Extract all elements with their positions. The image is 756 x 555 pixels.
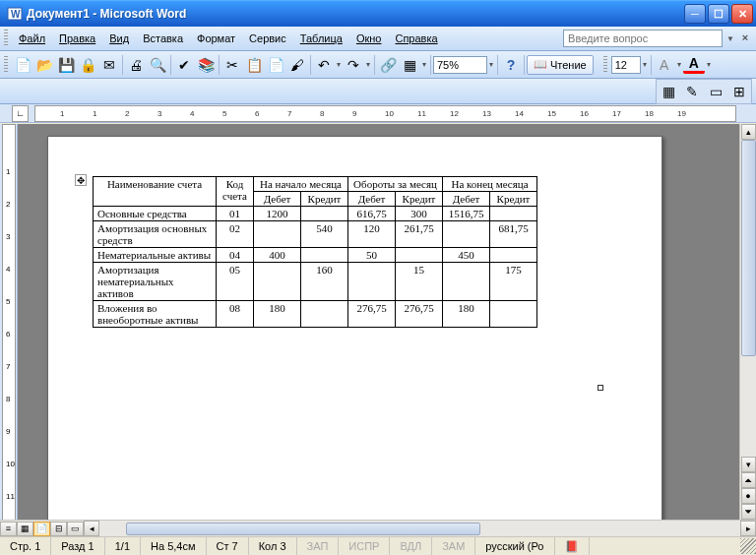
table-cell[interactable]: 120	[348, 221, 396, 248]
menu-file[interactable]: Файл	[12, 30, 52, 47]
new-doc-button[interactable]: 📄	[12, 54, 33, 76]
table-cell[interactable]: Амортизация основных средств	[94, 221, 217, 248]
table-expand-button[interactable]: ⊞	[728, 81, 750, 102]
undo-dropdown[interactable]: ▾	[335, 60, 343, 69]
table-cell[interactable]	[443, 221, 490, 248]
th-credit[interactable]: Кредит	[396, 192, 443, 207]
th-debit[interactable]: Дебет	[443, 192, 490, 207]
th-debit[interactable]: Дебет	[254, 192, 301, 207]
table-cell[interactable]	[254, 221, 301, 248]
tables-dropdown[interactable]: ▾	[420, 60, 428, 69]
vertical-scrollbar[interactable]: ▴ ▾ ⏶ ● ⏷	[739, 124, 756, 520]
highlight-button[interactable]: A	[654, 54, 675, 76]
table-cell[interactable]: Нематериальные активы	[94, 248, 217, 263]
horizontal-scroll-thumb[interactable]	[126, 523, 480, 535]
reading-mode-button[interactable]: 📖 Чтение	[527, 55, 594, 75]
th-end[interactable]: На конец месяца	[443, 177, 537, 192]
table-cell[interactable]: 175	[490, 263, 537, 301]
copy-button[interactable]: 📋	[243, 54, 265, 76]
scroll-down-button[interactable]: ▾	[741, 457, 756, 472]
table-cell[interactable]: 04	[217, 248, 254, 263]
normal-view-button[interactable]: ≡	[0, 522, 17, 536]
table-cell[interactable]: 08	[217, 301, 254, 328]
minimize-button[interactable]: ─	[684, 4, 706, 24]
status-col[interactable]: Кол 3	[249, 537, 297, 555]
prev-page-button[interactable]: ⏶	[741, 472, 756, 488]
table-row[interactable]: Нематериальные активы0440050450	[94, 248, 537, 263]
print-button[interactable]: 🖨	[125, 54, 147, 76]
table-cell[interactable]	[301, 207, 348, 221]
reading-view-button[interactable]: ▭	[67, 522, 84, 536]
menu-insert[interactable]: Вставка	[136, 30, 190, 47]
document-background[interactable]: ✥ Наименование счета Код счета На начало…	[18, 124, 739, 520]
print-view-button[interactable]: 📄	[33, 522, 50, 536]
table-cell[interactable]: 15	[396, 263, 443, 301]
table-cell[interactable]	[301, 301, 348, 328]
maximize-button[interactable]: ☐	[708, 4, 729, 24]
document-page[interactable]: ✥ Наименование счета Код счета На начало…	[47, 136, 662, 520]
ask-dropdown[interactable]: ▼	[724, 34, 736, 43]
table-row[interactable]: Амортизация основных средств02540120261,…	[94, 221, 537, 248]
th-debit[interactable]: Дебет	[348, 192, 396, 207]
status-page[interactable]: Стр. 1	[0, 537, 51, 555]
web-view-button[interactable]: ▦	[17, 522, 33, 536]
table-cell[interactable]: Амортизация нематериальных активов	[94, 263, 217, 301]
table-cell[interactable]: 1200	[254, 207, 301, 221]
scroll-right-button[interactable]: ▸	[740, 521, 756, 536]
menu-drag-handle[interactable]	[4, 30, 8, 47]
table-move-handle[interactable]: ✥	[75, 174, 87, 186]
table-row[interactable]: Основные средства011200616,753001516,75	[94, 207, 537, 221]
email-button[interactable]: ✉	[98, 54, 120, 76]
table-cell[interactable]: 180	[443, 301, 490, 328]
ask-question-input[interactable]	[563, 30, 723, 47]
table-cell[interactable]: Основные средства	[94, 207, 217, 221]
th-name[interactable]: Наименование счета	[94, 177, 217, 207]
permissions-button[interactable]: 🔒	[77, 54, 98, 76]
menu-service[interactable]: Сервис	[242, 30, 293, 47]
insert-table-button[interactable]: ▦	[658, 81, 679, 102]
menu-help[interactable]: Справка	[388, 30, 444, 47]
table-cell[interactable]: 681,75	[490, 221, 537, 248]
table-cell[interactable]: 450	[443, 248, 490, 263]
status-spellcheck-icon[interactable]: 📕	[555, 537, 590, 555]
table-cell[interactable]	[490, 301, 537, 328]
open-button[interactable]: 📂	[33, 54, 55, 76]
table-resize-handle[interactable]	[598, 385, 603, 391]
redo-dropdown[interactable]: ▾	[364, 60, 372, 69]
spellcheck-button[interactable]: ✔	[173, 54, 195, 76]
vertical-ruler[interactable]: 123456789101112	[0, 124, 18, 520]
undo-button[interactable]: ↶	[313, 54, 335, 76]
status-rec[interactable]: ЗАП	[297, 537, 340, 555]
table-cell[interactable]: 276,75	[348, 301, 396, 328]
toolbar2-drag-handle[interactable]	[603, 56, 607, 74]
th-credit[interactable]: Кредит	[301, 192, 348, 207]
table-cell[interactable]: 540	[301, 221, 348, 248]
font-size-combo[interactable]: 12	[611, 56, 641, 74]
menu-table[interactable]: Таблица	[293, 30, 349, 47]
menu-window[interactable]: Окно	[349, 30, 389, 47]
cut-button[interactable]: ✂	[221, 54, 243, 76]
hyperlink-button[interactable]: 🔗	[377, 54, 399, 76]
menu-view[interactable]: Вид	[102, 30, 136, 47]
save-button[interactable]: 💾	[55, 54, 77, 76]
browse-object-button[interactable]: ●	[741, 488, 756, 504]
scroll-left-button[interactable]: ◂	[84, 521, 99, 536]
table-cell[interactable]	[348, 263, 396, 301]
status-language[interactable]: русский (Ро	[475, 537, 554, 555]
table-row[interactable]: Вложения во внеоборотные активы08180276,…	[94, 301, 537, 328]
draw-table-button[interactable]: ✎	[681, 81, 703, 102]
status-trk[interactable]: ИСПР	[339, 537, 390, 555]
tables-borders-button[interactable]: ▦	[399, 54, 420, 76]
accounts-table[interactable]: Наименование счета Код счета На начало м…	[93, 176, 537, 328]
table-cell[interactable]: 400	[254, 248, 301, 263]
th-start[interactable]: На начало месяца	[254, 177, 348, 192]
font-color-button[interactable]: A	[683, 56, 705, 74]
outline-view-button[interactable]: ⊟	[50, 522, 67, 536]
table-cell[interactable]	[443, 263, 490, 301]
horizontal-scroll-track[interactable]	[101, 522, 738, 536]
menu-format[interactable]: Формат	[190, 30, 242, 47]
help-button[interactable]: ?	[500, 54, 522, 76]
zoom-combo[interactable]: 75%	[433, 56, 487, 74]
table-cell[interactable]: 616,75	[348, 207, 396, 221]
table-cell[interactable]	[301, 248, 348, 263]
